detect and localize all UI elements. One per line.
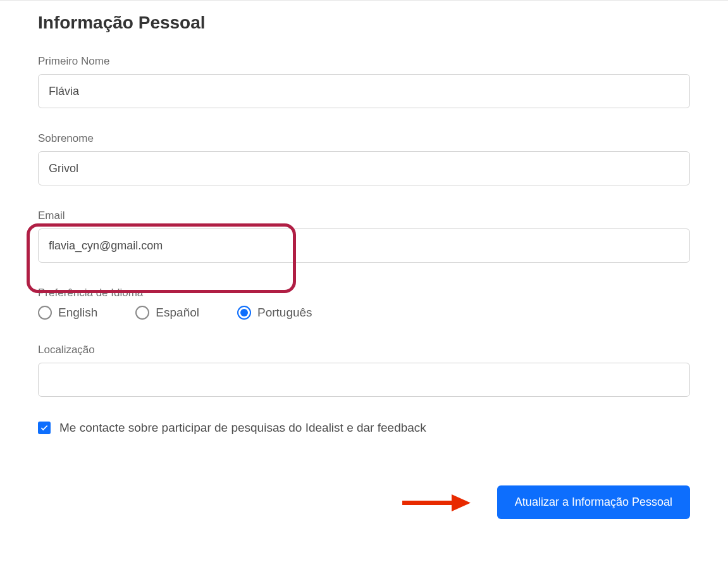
svg-marker-1: [452, 494, 471, 511]
last-name-label: Sobrenome: [38, 132, 690, 145]
location-group: Localização: [38, 344, 690, 397]
location-label: Localização: [38, 344, 690, 356]
contact-checkbox-label: Me contacte sobre participar de pesquisa…: [59, 421, 426, 435]
location-input[interactable]: [38, 363, 690, 397]
language-radio-portugues[interactable]: Português: [237, 306, 312, 320]
first-name-group: Primeiro Nome: [38, 55, 690, 108]
radio-dot-icon: [240, 309, 248, 316]
svg-rect-0: [402, 501, 453, 505]
language-group: Preferência de Idioma English Español Po…: [38, 287, 690, 320]
last-name-group: Sobrenome: [38, 132, 690, 185]
last-name-input[interactable]: [38, 151, 690, 185]
language-label: Preferência de Idioma: [38, 287, 690, 299]
radio-circle-icon: [135, 306, 149, 320]
submit-button[interactable]: Atualizar a Informação Pessoal: [497, 485, 690, 519]
radio-label-english: English: [58, 306, 97, 320]
radio-label-espanol: Español: [156, 306, 199, 320]
first-name-input[interactable]: [38, 74, 690, 108]
email-label: Email: [38, 210, 690, 222]
first-name-label: Primeiro Nome: [38, 55, 690, 68]
checkbox-checked-icon: [38, 422, 51, 434]
page-title: Informação Pessoal: [38, 13, 690, 33]
email-group: Email: [38, 210, 690, 263]
language-radio-espanol[interactable]: Español: [135, 306, 199, 320]
email-input[interactable]: [38, 228, 690, 263]
radio-circle-selected-icon: [237, 306, 251, 320]
arrow-right-icon: [402, 493, 472, 512]
radio-circle-icon: [38, 306, 52, 320]
contact-checkbox-row[interactable]: Me contacte sobre participar de pesquisa…: [38, 421, 690, 435]
radio-label-portugues: Português: [257, 306, 312, 320]
language-radio-english[interactable]: English: [38, 306, 97, 320]
